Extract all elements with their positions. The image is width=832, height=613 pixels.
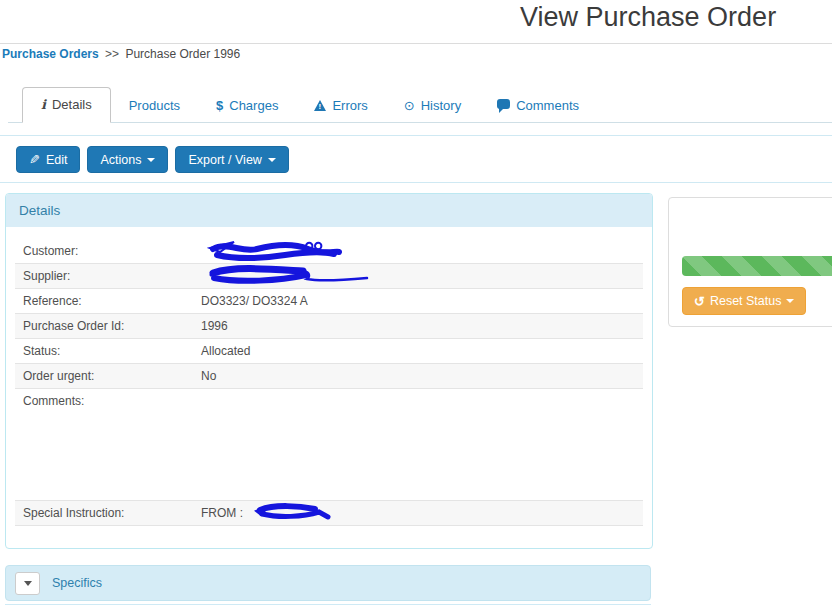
detail-row-comments: Comments: [15,388,643,500]
redaction-scribble [207,237,347,265]
field-label: Purchase Order Id: [23,319,201,333]
breadcrumb: Purchase Orders >> Purchase Order 1996 [2,47,240,61]
tab-charges[interactable]: $ Charges [198,89,296,123]
tab-label: Comments [516,98,579,113]
detail-row-special-instruction: Special Instruction: FROM : [15,500,643,526]
status-progress-bar [682,256,832,276]
tab-details[interactable]: i Details [22,87,111,123]
field-label: Special Instruction: [23,506,201,520]
detail-row-order-urgent: Order urgent: No [15,363,643,388]
detail-row-supplier: Supplier: [15,263,643,288]
actions-button-label: Actions [100,153,141,167]
caret-down-icon [268,158,276,162]
detail-row-status: Status: Allocated [15,338,643,363]
field-value: DO3323/ DO3324 A [201,294,308,308]
tab-label: History [421,98,461,113]
export-view-button-label: Export / View [188,153,261,167]
tab-label: Charges [229,98,278,113]
detail-row-reference: Reference: DO3323/ DO3324 A [15,288,643,313]
field-value: Allocated [201,344,250,358]
detail-row-purchase-order-id: Purchase Order Id: 1996 [15,313,643,338]
warning-icon [314,100,326,111]
info-icon: i [41,99,46,110]
edit-button-label: Edit [46,153,68,167]
tab-products[interactable]: Products [111,89,198,123]
caret-down-icon [24,581,32,586]
reset-status-button[interactable]: ↺ Reset Status [682,287,806,315]
edit-button[interactable]: ✎ Edit [16,146,80,173]
field-value: 1996 [201,319,228,333]
redaction-scribble [207,262,375,290]
tab-history[interactable]: ⊙ History [386,89,479,123]
detail-row-customer: Customer: [15,239,643,263]
details-panel-body: Customer: Supplier: [6,227,652,526]
collapse-toggle-button[interactable] [15,572,40,595]
breadcrumb-separator: >> [105,47,119,61]
divider [5,604,651,605]
toolbar: ✎ Edit Actions Export / View [0,135,832,183]
tab-comments[interactable]: Comments [479,89,597,123]
caret-down-icon [786,299,794,303]
field-label: Status: [23,344,201,358]
export-view-button[interactable]: Export / View [175,146,288,173]
view-purchase-order-page: View Purchase Order Purchase Orders >> P… [0,0,832,613]
redaction-scribble [253,501,335,523]
breadcrumb-link-purchase-orders[interactable]: Purchase Orders [2,47,99,61]
details-panel-heading: Details [6,194,652,227]
reset-icon: ↺ [694,294,705,309]
tab-bar: i Details Products $ Charges Errors ⊙ Hi… [8,89,832,123]
field-label: Reference: [23,294,201,308]
breadcrumb-current: Purchase Order 1996 [125,47,240,61]
caret-down-icon [147,158,155,162]
tab-label: Products [129,98,180,113]
actions-button[interactable]: Actions [87,146,168,173]
status-card: ↺ Reset Status [668,197,832,327]
reset-status-label: Reset Status [710,294,782,308]
tab-label: Errors [332,98,367,113]
specifics-section: Specifics [5,565,651,601]
tab-errors[interactable]: Errors [296,89,385,123]
field-value: FROM : [201,506,243,520]
dollar-icon: $ [216,100,223,111]
page-title: View Purchase Order [520,2,776,33]
field-value: No [201,369,216,383]
pencil-icon: ✎ [29,152,40,167]
clock-icon: ⊙ [404,100,415,111]
comment-icon [497,99,510,109]
field-label: Customer: [23,244,201,258]
divider [0,43,832,44]
field-label: Order urgent: [23,369,201,383]
tab-label: Details [52,97,92,112]
details-panel: Details Customer: Supplier: [5,193,653,549]
field-label: Comments: [23,394,201,495]
specifics-label: Specifics [52,576,102,590]
field-label: Supplier: [23,269,201,283]
